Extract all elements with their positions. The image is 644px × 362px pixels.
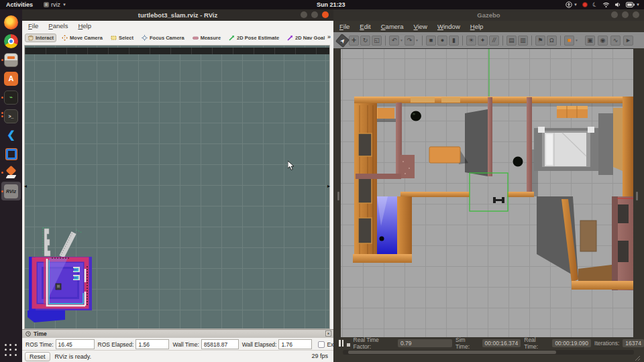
resize-grip[interactable] — [635, 355, 641, 361]
dock-item-files[interactable] — [1, 50, 21, 69]
menu-panels[interactable]: Panels — [48, 22, 68, 29]
minimize-button[interactable] — [611, 11, 618, 18]
select-tool-button[interactable]: ➤ — [335, 33, 350, 47]
battery-icon[interactable]: ▼ — [626, 2, 640, 7]
spot-light-button[interactable]: ✦ — [478, 36, 488, 46]
gazebo-title-bar[interactable]: Gazebo — [333, 9, 644, 21]
ros-time-input[interactable] — [56, 339, 95, 349]
right-splitter-handle[interactable] — [636, 192, 638, 200]
collapse-left-panel-arrow[interactable]: ◂ — [24, 184, 27, 189]
files-icon — [4, 53, 18, 67]
menu-window[interactable]: Window — [437, 23, 460, 30]
night-light-moon-icon[interactable]: ☾ — [592, 1, 599, 9]
accessibility-icon[interactable]: ▼ — [566, 1, 578, 8]
maximize-button[interactable] — [622, 11, 629, 18]
running-indicator — [1, 112, 3, 114]
insert-cylinder-button[interactable]: ▮ — [449, 36, 459, 46]
real-time-label: Real Time: — [524, 337, 549, 350]
insert-model-button[interactable]: ■ — [564, 36, 574, 46]
chevron-down-icon[interactable]: ▼ — [575, 38, 578, 42]
chevron-down-icon: ▼ — [574, 3, 578, 7]
gazebo-3d-viewport[interactable] — [341, 48, 633, 337]
interact-tool-button[interactable]: Interact — [25, 34, 56, 42]
scale-tool-button[interactable]: ◱ — [372, 36, 382, 46]
menu-camera[interactable]: Camera — [381, 23, 404, 30]
plot-button[interactable]: ∿ — [610, 36, 621, 46]
dock-item-rviz[interactable]: RViz — [1, 182, 21, 200]
video-record-button[interactable]: ► — [623, 36, 633, 46]
toolbar-separator — [531, 36, 532, 46]
data-logger-button[interactable]: ◉ — [598, 36, 608, 46]
point-light-button[interactable]: ☀ — [466, 36, 476, 46]
align-button[interactable]: ⚑ — [535, 36, 545, 46]
dock-item-app[interactable] — [1, 144, 21, 163]
insert-sphere-button[interactable]: ● — [437, 36, 447, 46]
dock-item-vscode[interactable]: ❮ — [1, 125, 21, 144]
experimental-checkbox[interactable] — [318, 341, 325, 348]
menu-edit[interactable]: Edit — [360, 23, 370, 30]
dock-item-firefox[interactable] — [1, 13, 21, 32]
redo-button[interactable]: ↷ — [405, 36, 415, 46]
hand-icon — [28, 35, 34, 41]
menu-help[interactable]: Help — [78, 22, 91, 29]
volume-icon[interactable] — [614, 1, 621, 8]
collapse-right-panel-arrow[interactable]: ▸ — [327, 184, 330, 189]
app-menu[interactable]: R rviz ▼ — [44, 1, 66, 8]
translate-tool-button[interactable]: + — [349, 36, 359, 46]
dock-item-system-monitor[interactable]: ⌁ — [1, 88, 21, 107]
rotate-tool-button[interactable]: ↻ — [360, 36, 370, 46]
dock-item-ubuntu-software[interactable]: A — [1, 69, 21, 88]
toolbar-separator — [385, 36, 386, 46]
nav-goal-tool-button[interactable]: 2D Nav Goal — [284, 34, 327, 42]
measure-tool-button[interactable]: Measure — [190, 34, 223, 42]
left-splitter-handle[interactable] — [337, 192, 339, 200]
rviz-title-bar[interactable]: turtlebot3_slam.rviz - RViz — [22, 9, 333, 21]
pose-estimate-tool-button[interactable]: 2D Pose Estimate — [226, 34, 282, 42]
pause-button[interactable] — [339, 340, 343, 347]
wall-time-input[interactable] — [201, 339, 239, 349]
wall-elapsed-input[interactable] — [278, 339, 312, 349]
menu-file[interactable]: File — [339, 23, 350, 30]
reset-button[interactable]: Reset — [25, 352, 50, 361]
record-indicator-icon[interactable] — [582, 2, 588, 7]
insert-box-button[interactable]: ■ — [426, 36, 436, 46]
chevron-down-icon[interactable]: ▼ — [415, 38, 419, 42]
menu-view[interactable]: View — [414, 23, 427, 30]
move-camera-tool-button[interactable]: Move Camera — [59, 34, 105, 42]
dock-item-chrome[interactable] — [1, 32, 21, 50]
screenshot-button[interactable]: ▣ — [585, 36, 595, 46]
close-panel-icon[interactable]: × — [325, 330, 331, 337]
dock-item-gazebo[interactable] — [1, 163, 21, 182]
show-applications-button[interactable] — [5, 344, 17, 357]
wifi-icon[interactable] — [602, 1, 610, 8]
menu-help[interactable]: Help — [470, 23, 484, 30]
system-monitor-icon: ⌁ — [4, 90, 18, 105]
toolbar-overflow-chevron[interactable]: » — [327, 34, 331, 40]
directional-light-button[interactable]: // — [489, 36, 499, 46]
chevron-down-icon[interactable]: ▼ — [400, 38, 403, 42]
step-button[interactable] — [347, 343, 350, 347]
snap-button[interactable]: Ω — [547, 36, 557, 46]
close-button[interactable] — [322, 11, 329, 18]
scrollbar-handle[interactable] — [348, 351, 556, 354]
time-panel-header[interactable]: Time × — [22, 329, 333, 338]
activities-button[interactable]: Activities — [6, 1, 33, 8]
paste-button[interactable]: ▥ — [518, 36, 528, 46]
dock-item-terminal[interactable]: >_ — [1, 107, 21, 125]
rtf-label: Real Time Factor: — [354, 337, 394, 350]
dock: A ⌁ >_ ❮ RViz — [0, 9, 22, 362]
ros-elapsed-input[interactable] — [136, 339, 169, 349]
clock[interactable]: Sun 21:23 — [317, 0, 345, 9]
copy-button[interactable]: ▤ — [506, 36, 517, 46]
rviz-3d-viewport[interactable]: ◂ ▸ — [24, 45, 330, 329]
menu-file[interactable]: File — [28, 22, 38, 29]
undo-button[interactable]: ↶ — [389, 36, 399, 46]
select-tool-button[interactable]: Select — [108, 34, 136, 42]
minimize-button[interactable] — [301, 11, 307, 18]
move-arrows-icon — [62, 35, 68, 41]
focus-camera-tool-button[interactable]: Focus Camera — [139, 34, 187, 42]
close-button[interactable] — [633, 11, 639, 18]
system-tray[interactable]: ▼ ☾ ▼ — [566, 0, 640, 9]
horizontal-scrollbar[interactable] — [343, 350, 634, 355]
maximize-button[interactable] — [311, 11, 318, 18]
